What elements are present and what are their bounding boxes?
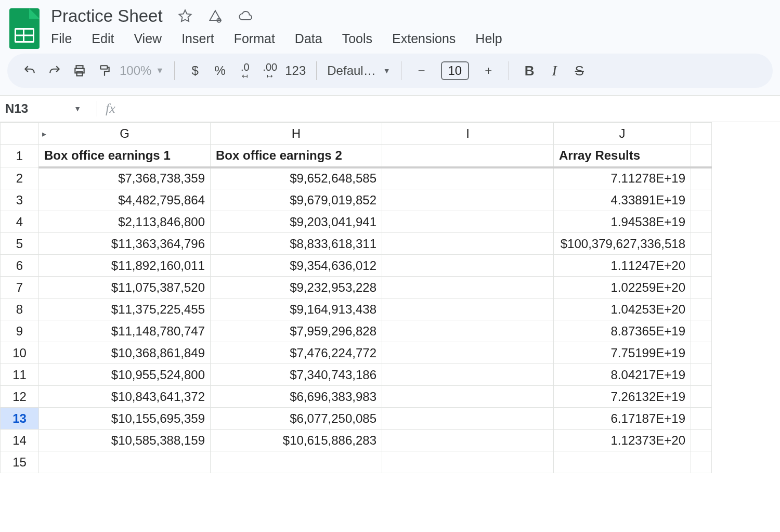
row-head-5[interactable]: 5 [1, 233, 39, 255]
cell[interactable]: $11,075,387,520 [39, 277, 211, 299]
cell[interactable]: 7.11278E+19 [554, 167, 691, 189]
cell[interactable]: 7.75199E+19 [554, 342, 691, 364]
doc-title[interactable]: Practice Sheet [51, 5, 163, 27]
cell[interactable]: $9,164,913,438 [211, 299, 382, 320]
cell[interactable] [382, 255, 554, 277]
cell[interactable] [691, 386, 712, 408]
row-head-15[interactable]: 15 [1, 451, 39, 473]
spreadsheet-grid[interactable]: ▸ G H I J 1 Box office earnings 1 Box of… [0, 122, 780, 532]
increase-decimal-button[interactable]: .00 ↦ [260, 61, 280, 81]
menu-extensions[interactable]: Extensions [392, 31, 456, 46]
cell[interactable] [382, 430, 554, 451]
cell[interactable] [382, 408, 554, 430]
cell[interactable]: 1.94538E+19 [554, 211, 691, 233]
cell[interactable] [382, 211, 554, 233]
row-head-1[interactable]: 1 [1, 145, 39, 167]
cell[interactable]: $100,379,627,336,518 [554, 233, 691, 255]
cloud-status-icon[interactable] [238, 8, 253, 24]
cell[interactable]: $7,959,296,828 [211, 320, 382, 342]
redo-button[interactable] [45, 61, 64, 81]
font-size-input[interactable]: 10 [441, 61, 470, 80]
cell[interactable]: $11,375,225,455 [39, 299, 211, 320]
row-head-11[interactable]: 11 [1, 364, 39, 386]
cell[interactable]: $7,476,224,772 [211, 342, 382, 364]
cell[interactable]: $9,679,019,852 [211, 189, 382, 211]
row-head-4[interactable]: 4 [1, 211, 39, 233]
cell[interactable]: $10,955,524,800 [39, 364, 211, 386]
cell[interactable]: $9,203,041,941 [211, 211, 382, 233]
zoom-dropdown[interactable]: 100% ▼ [120, 63, 164, 78]
menu-help[interactable]: Help [475, 31, 502, 46]
col-head-G[interactable]: ▸ G [39, 123, 211, 145]
cell[interactable]: 7.26132E+19 [554, 386, 691, 408]
menu-insert[interactable]: Insert [181, 31, 214, 46]
row-head-13[interactable]: 13 [1, 408, 39, 430]
font-family-dropdown[interactable]: Defaul… ▼ [327, 63, 390, 78]
cell[interactable] [382, 386, 554, 408]
cell[interactable] [382, 233, 554, 255]
menu-edit[interactable]: Edit [92, 31, 114, 46]
cell[interactable]: 1.02259E+20 [554, 277, 691, 299]
cell[interactable]: $8,833,618,311 [211, 233, 382, 255]
font-size-decrease-button[interactable]: − [412, 61, 432, 81]
cell[interactable] [691, 364, 712, 386]
format-percent-button[interactable]: % [210, 61, 230, 81]
star-icon[interactable] [177, 8, 193, 24]
cell[interactable] [382, 189, 554, 211]
cell[interactable] [691, 255, 712, 277]
decrease-decimal-button[interactable]: .0 ↤ [235, 61, 255, 81]
cell[interactable] [691, 189, 712, 211]
cell[interactable] [691, 408, 712, 430]
cell[interactable] [691, 167, 712, 189]
cell[interactable]: 1.12373E+20 [554, 430, 691, 451]
cell[interactable]: $7,368,738,359 [39, 167, 211, 189]
cell[interactable] [691, 430, 712, 451]
cell[interactable] [691, 451, 712, 473]
menu-file[interactable]: File [51, 31, 72, 46]
cell[interactable]: 8.04217E+19 [554, 364, 691, 386]
cell[interactable]: $4,482,795,864 [39, 189, 211, 211]
cell[interactable]: 1.04253E+20 [554, 299, 691, 320]
cell[interactable]: $11,148,780,747 [39, 320, 211, 342]
expand-columns-icon[interactable]: ▸ [42, 128, 46, 138]
col-head-K[interactable] [691, 123, 712, 145]
header-cell-H[interactable]: Box office earnings 2 [211, 145, 382, 167]
italic-button[interactable]: I [544, 61, 564, 81]
cell[interactable]: $9,232,953,228 [211, 277, 382, 299]
cell[interactable] [382, 167, 554, 189]
row-head-9[interactable]: 9 [1, 320, 39, 342]
cell[interactable]: $9,354,636,012 [211, 255, 382, 277]
cell[interactable] [382, 277, 554, 299]
row-head-12[interactable]: 12 [1, 386, 39, 408]
cell[interactable] [691, 320, 712, 342]
cell[interactable] [39, 451, 211, 473]
cell[interactable] [382, 320, 554, 342]
name-box[interactable]: N13 ▼ [5, 101, 88, 116]
cell[interactable] [382, 451, 554, 473]
cell[interactable] [691, 342, 712, 364]
cell[interactable]: $11,892,160,011 [39, 255, 211, 277]
cell[interactable]: 6.17187E+19 [554, 408, 691, 430]
header-cell-I[interactable] [382, 145, 554, 167]
cell[interactable]: $10,585,388,159 [39, 430, 211, 451]
move-icon[interactable] [207, 8, 223, 24]
select-all-corner[interactable] [1, 123, 39, 145]
strikethrough-button[interactable]: S [569, 61, 589, 81]
cell[interactable] [211, 451, 382, 473]
sheets-doc-icon[interactable] [9, 8, 40, 49]
menu-tools[interactable]: Tools [342, 31, 372, 46]
row-head-10[interactable]: 10 [1, 342, 39, 364]
cell[interactable] [691, 211, 712, 233]
row-head-6[interactable]: 6 [1, 255, 39, 277]
row-head-3[interactable]: 3 [1, 189, 39, 211]
cell[interactable]: $6,696,383,983 [211, 386, 382, 408]
cell[interactable] [691, 277, 712, 299]
header-cell-J[interactable]: Array Results [554, 145, 691, 167]
cell[interactable]: $10,368,861,849 [39, 342, 211, 364]
cell[interactable]: 4.33891E+19 [554, 189, 691, 211]
bold-button[interactable]: B [519, 61, 539, 81]
print-button[interactable] [70, 61, 89, 81]
paint-format-button[interactable] [95, 61, 114, 81]
cell[interactable] [691, 233, 712, 255]
menu-format[interactable]: Format [234, 31, 275, 46]
